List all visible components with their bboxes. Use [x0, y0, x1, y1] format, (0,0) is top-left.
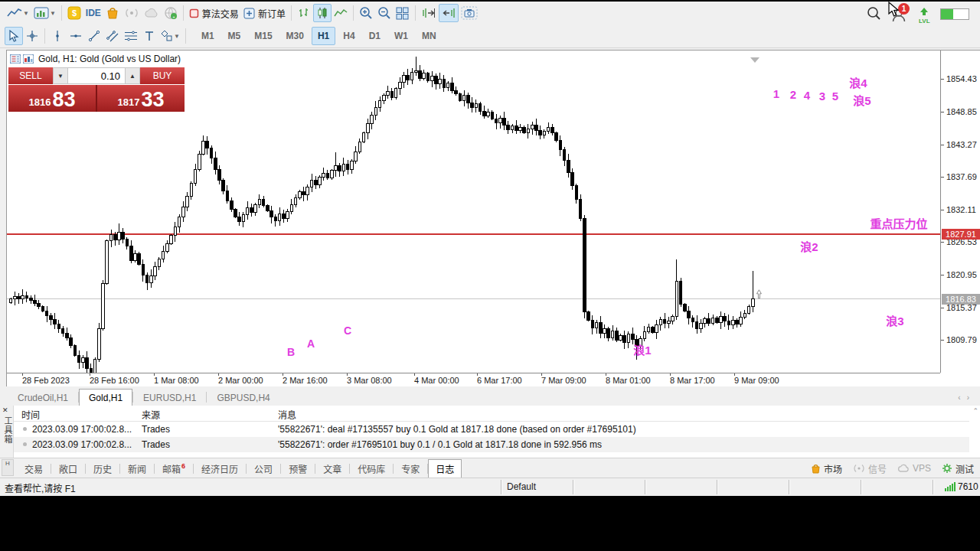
level-label: LVL [919, 18, 930, 24]
bottom-tab-6[interactable]: 公司 [247, 459, 280, 478]
journal-col-source[interactable]: 来源 [142, 408, 160, 421]
timeframe-button-M1[interactable]: M1 [195, 27, 220, 45]
shapes-tool-icon[interactable]: ▼ [158, 27, 182, 45]
chart-shift-icon[interactable] [419, 4, 439, 22]
community-icon[interactable]: + [162, 4, 180, 22]
crosshair-tool-icon[interactable] [23, 27, 41, 45]
date-tick: 7 Mar 09:00 [541, 376, 586, 385]
auto-scroll-icon[interactable] [439, 4, 459, 22]
candle-chart-type-icon[interactable] [313, 4, 332, 22]
chart-shift-marker[interactable] [750, 52, 760, 66]
chevron-down-icon[interactable]: ▼ [23, 10, 29, 17]
profile-name[interactable]: Default [507, 481, 536, 492]
timeframe-button-MN[interactable]: MN [416, 27, 443, 45]
screenshot-icon[interactable] [459, 4, 480, 22]
bid-price-integer: 1816 [29, 95, 51, 110]
sell-button[interactable]: SELL [8, 67, 53, 84]
chevron-down-icon[interactable]: ▼ [174, 33, 180, 40]
bottom-tab-0[interactable]: 交易 [17, 459, 51, 478]
charts-icon[interactable]: ▼ [5, 4, 31, 22]
journal-message: '55822671': deal #17135557 buy 0.1 Gold … [278, 424, 636, 435]
toolbar-separator [61, 5, 62, 21]
volume-input[interactable]: 0.10 [68, 67, 125, 84]
quotes-list-icon[interactable] [10, 54, 21, 64]
level-icon[interactable]: LVL [919, 5, 930, 24]
search-icon[interactable] [867, 6, 881, 24]
timeframe-button-W1[interactable]: W1 [388, 27, 414, 45]
chart-profile-icon[interactable] [23, 54, 34, 64]
cursor-tool-icon[interactable] [5, 27, 23, 45]
bar-chart-type-icon[interactable] [295, 4, 313, 22]
chevron-down-icon[interactable]: ▼ [50, 10, 56, 17]
chart-tab-crudeoil[interactable]: CrudeOil,H1 [8, 389, 78, 406]
timeframe-button-H1[interactable]: H1 [312, 27, 335, 45]
service-market[interactable]: 市场 [811, 462, 842, 475]
bottom-tab-11[interactable]: 日志 [428, 459, 462, 478]
tab-scroll-arrows[interactable]: ‹› [958, 393, 975, 402]
service-test[interactable]: 测试 [942, 462, 974, 475]
trendline-tool-icon[interactable] [85, 27, 103, 45]
date-axis[interactable]: 28 Feb 202328 Feb 16:001 Mar 08:002 Mar … [7, 373, 940, 387]
zoom-in-icon[interactable] [357, 4, 375, 22]
chart-tab-eurusd[interactable]: EURUSD,H1 [133, 389, 206, 406]
sell-price-button[interactable]: 1816 83 [8, 85, 96, 112]
ide-icon[interactable]: IDE [83, 4, 103, 22]
volume-decrease-button[interactable]: ▼ [53, 67, 68, 84]
date-tick: 4 Mar 00:00 [414, 376, 459, 385]
bottom-tab-2[interactable]: 历史 [86, 459, 119, 478]
vertical-line-tool-icon[interactable] [48, 27, 67, 45]
docked-chart-tab[interactable]: H [2, 459, 14, 476]
signals-icon[interactable] [122, 4, 142, 22]
channel-tool-icon[interactable] [103, 27, 122, 45]
toolbar-separator [185, 28, 186, 44]
close-icon[interactable]: ✕ [2, 406, 8, 414]
signal-waves-icon [853, 464, 865, 473]
timeframe-button-D1[interactable]: D1 [363, 27, 387, 45]
algo-trading-button[interactable]: 算法交易 [187, 4, 241, 22]
timeframe-button-M5[interactable]: M5 [222, 27, 247, 45]
chart-plot-area[interactable]: Gold, H1: Gold (Gold vs US Dollar) SELL … [7, 51, 940, 373]
date-tick: 2 Mar 00:00 [218, 376, 263, 385]
price-tick: 1848.85 [946, 107, 977, 116]
market-bag-icon[interactable] [103, 4, 122, 22]
timeframe-button-M30[interactable]: M30 [280, 27, 310, 45]
bottom-tab-1[interactable]: 敞口 [51, 459, 85, 478]
mouse-cursor [888, 2, 900, 21]
chart-tab-gbpusd[interactable]: GBPUSD,H4 [207, 389, 279, 406]
service-signals[interactable]: 信号 [853, 462, 887, 475]
bottom-tab-7[interactable]: 预警 [281, 459, 315, 478]
timeframe-button-M15[interactable]: M15 [248, 27, 278, 45]
bottom-tab-4[interactable]: 邮箱6 [155, 459, 193, 478]
tile-windows-icon[interactable] [394, 4, 412, 22]
buy-price-button[interactable]: 1817 33 [97, 85, 185, 112]
indicators-icon[interactable]: ▼ [31, 4, 58, 22]
timeframe-button-H4[interactable]: H4 [337, 27, 361, 45]
zoom-out-icon[interactable] [375, 4, 394, 22]
scrollbar-up-arrow[interactable]: ⌃ [972, 407, 978, 415]
line-chart-type-icon[interactable] [332, 4, 350, 22]
connection-status[interactable]: 7610 [945, 481, 980, 492]
journal-row[interactable]: 2023.03.09 17:00:02.8... Trades '5582267… [14, 422, 969, 437]
journal-col-message[interactable]: 消息 [278, 408, 296, 421]
journal-row[interactable]: 2023.03.09 17:00:02.8... Trades '5582267… [14, 437, 969, 452]
buy-button[interactable]: BUY [140, 67, 185, 84]
volume-increase-button[interactable]: ▲ [125, 67, 140, 84]
market-watch-icon[interactable]: $ [65, 4, 83, 22]
algo-trading-label: 算法交易 [202, 7, 239, 20]
bottom-tab-3[interactable]: 新闻 [120, 459, 154, 478]
chart-tab-gold[interactable]: Gold,H1 [79, 389, 132, 406]
service-vps[interactable]: VPS [897, 463, 931, 474]
bottom-tab-9[interactable]: 代码库 [350, 459, 393, 478]
price-axis[interactable]: 1854.431848.851843.271837.691832.111826.… [940, 51, 980, 373]
journal-time: 2023.03.09 17:00:02.8... [32, 439, 132, 450]
fibonacci-tool-icon[interactable] [122, 27, 140, 45]
new-order-button[interactable]: 新订单 [241, 4, 288, 22]
cloud-icon[interactable] [142, 4, 162, 22]
bottom-tab-8[interactable]: 文章 [315, 459, 349, 478]
bottom-tab-10[interactable]: 专家 [394, 459, 427, 478]
horizontal-line-tool-icon[interactable] [67, 27, 85, 45]
svg-text:+: + [172, 15, 175, 19]
bottom-tab-5[interactable]: 经济日历 [194, 459, 246, 478]
journal-col-time[interactable]: 时间 [21, 408, 40, 421]
text-tool-icon[interactable] [140, 27, 158, 45]
